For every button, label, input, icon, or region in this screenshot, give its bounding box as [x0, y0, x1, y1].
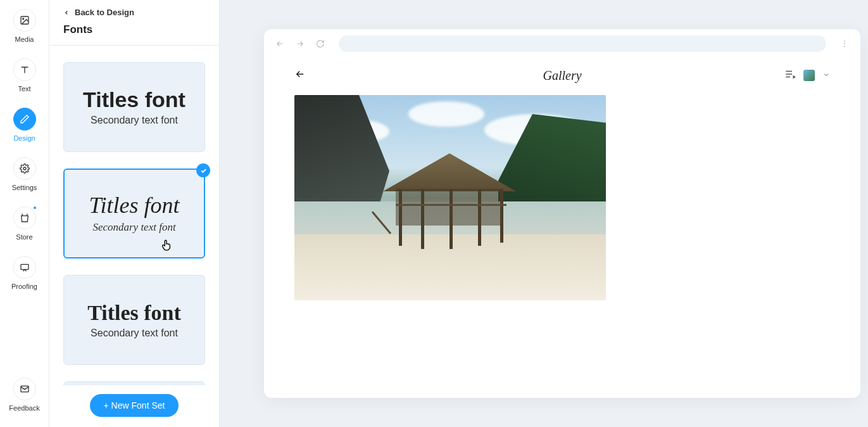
site-back-button[interactable]	[294, 68, 306, 82]
svg-point-5	[844, 41, 845, 42]
rail-label-proofing: Proofing	[11, 283, 37, 290]
browser-back-button[interactable]	[273, 37, 287, 51]
browser-bar	[264, 29, 860, 58]
font-card-1[interactable]: Titles font Secondary text font	[63, 62, 205, 152]
playlist-icon[interactable]	[784, 68, 796, 82]
font-list[interactable]: Titles font Secondary text font Titles f…	[49, 46, 219, 385]
notification-dot	[32, 205, 37, 210]
rail-item-media[interactable]: Media	[0, 9, 49, 43]
chevron-left-icon	[63, 10, 70, 16]
font-card-sub: Secondary text font	[92, 221, 175, 234]
rail-item-store[interactable]: Store	[0, 207, 49, 241]
gear-icon	[13, 157, 36, 180]
back-to-design-link[interactable]: Back to Design	[63, 8, 205, 17]
rail-label-text: Text	[18, 85, 30, 92]
cursor-pointer-icon	[160, 238, 173, 252]
text-icon	[13, 58, 36, 81]
fonts-panel: Back to Design Fonts Titles font Seconda…	[49, 0, 220, 427]
gallery-body	[264, 92, 860, 398]
font-card-2[interactable]: Titles font Secondary text font	[63, 169, 205, 258]
chevron-down-icon[interactable]	[822, 70, 830, 81]
image-icon	[13, 9, 36, 32]
panel-title: Fonts	[63, 23, 205, 36]
check-badge-icon	[196, 163, 210, 177]
preview-canvas: Gallery	[220, 0, 868, 427]
svg-point-6	[844, 43, 845, 44]
svg-point-2	[23, 167, 26, 170]
left-icon-rail: Media Text Design Settings Store	[0, 0, 49, 427]
browser-forward-button[interactable]	[293, 37, 307, 51]
browser-reload-button[interactable]	[313, 37, 327, 51]
site-header: Gallery	[264, 58, 860, 92]
font-card-title: Titles font	[87, 301, 181, 324]
rail-item-feedback[interactable]: Feedback	[0, 378, 49, 412]
browser-more-button[interactable]	[838, 37, 852, 51]
rail-item-settings[interactable]: Settings	[0, 157, 49, 191]
preview-window: Gallery	[264, 29, 860, 398]
font-card-title: Titles font	[89, 193, 179, 219]
rail-label-feedback: Feedback	[9, 404, 39, 412]
new-font-set-button[interactable]: + New Font Set	[90, 394, 179, 417]
svg-rect-3	[21, 264, 28, 269]
font-card-3[interactable]: Titles font Secondary text font	[63, 275, 205, 365]
panel-header: Back to Design Fonts	[49, 0, 219, 46]
svg-point-1	[22, 18, 23, 20]
font-card-sub: Secondary text font	[91, 328, 178, 339]
bag-icon	[13, 207, 36, 229]
gallery-image[interactable]	[294, 95, 606, 300]
back-link-label: Back to Design	[75, 8, 134, 17]
browser-url-bar[interactable]	[339, 35, 826, 52]
panel-footer: + New Font Set	[49, 385, 219, 427]
font-card-4-partial[interactable]	[63, 381, 205, 385]
avatar[interactable]	[803, 70, 815, 81]
site-page-title: Gallery	[543, 68, 581, 83]
site-header-right	[784, 68, 830, 82]
rail-label-store: Store	[16, 233, 32, 241]
envelope-icon	[13, 378, 36, 400]
svg-point-7	[844, 46, 845, 47]
rail-item-design[interactable]: Design	[0, 108, 49, 142]
rail-label-media: Media	[15, 35, 34, 43]
rail-label-design: Design	[13, 134, 35, 142]
rail-label-settings: Settings	[12, 184, 37, 191]
pencil-icon	[13, 108, 36, 131]
rail-item-proofing[interactable]: Proofing	[0, 256, 49, 290]
proofing-icon	[13, 256, 36, 279]
rail-item-text[interactable]: Text	[0, 58, 49, 92]
font-card-title: Titles font	[83, 88, 186, 112]
font-card-sub: Secondary text font	[91, 115, 178, 126]
